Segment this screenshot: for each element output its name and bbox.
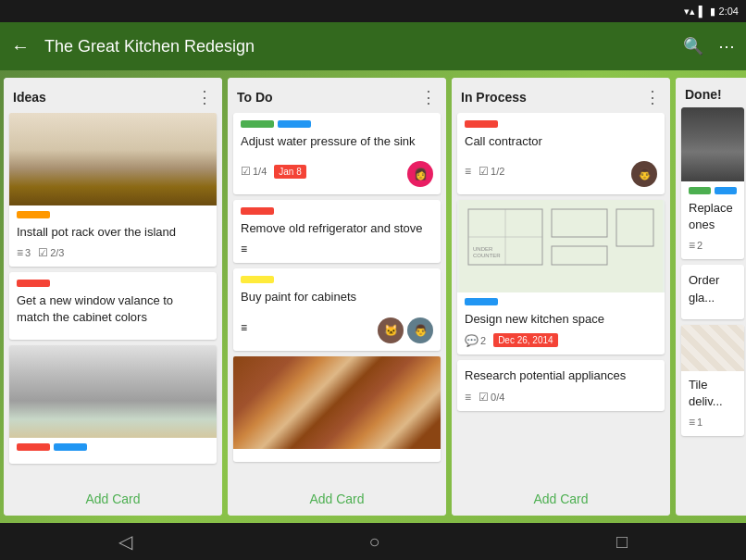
tile-image [681,325,744,371]
checklist-progress: 2/3 [50,247,64,258]
column-done: Done! Replace ones ≡ 2 Order gla [676,78,746,516]
label-yellow [241,276,274,283]
card-image-wood [233,356,441,449]
label-red [17,280,50,287]
wood-image-placeholder [233,356,441,449]
card-paint-cabinets[interactable]: Buy paint for cabinets ≡ 🐱 👨 [233,268,441,350]
card-title-pot-rack: Install pot rack over the island [17,224,209,241]
card-meta-contractor: ≡ ☑ 1/2 👨 [465,156,657,187]
avatar-image: 👨 [631,161,657,187]
label-blue [465,298,498,305]
comment-icon: ≡ [689,239,695,252]
add-card-todo[interactable]: Add Card [228,482,446,516]
card-meta-appliances: ≡ ☑ 0/4 [465,391,657,404]
card-meta: ≡ [241,243,433,255]
card-title-appliances: Research potential appliances [465,367,657,384]
comment-icon: ≡ [465,391,471,404]
card-meta-left: 💬 2 Dec 26, 2014 [465,333,558,347]
card-wood-floor[interactable] [233,356,441,462]
card-avatars: 👩 [407,161,433,187]
column-body-todo: Adjust water pressure of the sink ☑ 1/4 … [228,113,446,479]
column-ideas: Ideas ⋮ Install pot rack over the island… [4,78,222,516]
label-blue [278,120,311,128]
label-red [17,443,50,451]
recent-nav-button[interactable]: □ [616,531,628,553]
card-meta-design: 💬 2 Dec 26, 2014 [465,333,657,347]
column-header-ideas: Ideas ⋮ [4,78,222,113]
column-menu-todo[interactable]: ⋮ [420,87,437,107]
avatar-male: 👨 [407,317,433,343]
card-labels [465,298,657,305]
kitchen-image-placeholder [9,113,217,205]
card-labels [17,211,209,218]
column-body-ideas: Install pot rack over the island ≡ 3 ☑ 2… [4,113,222,479]
column-menu-ideas[interactable]: ⋮ [196,87,213,107]
status-bar-right: ▾▴ ▌ ▮ 2:04 [684,6,739,18]
label-green [241,120,274,128]
column-title-done: Done! [685,87,722,102]
comment-count: 2 [697,240,702,251]
avatar-male2: 👨 [631,161,657,187]
home-nav-button[interactable]: ○ [368,531,379,553]
column-title-in-process: In Process [461,90,527,105]
blueprint-svg: UNDER COUNTER [457,200,665,292]
card-labels [241,276,433,283]
card-water-pressure[interactable]: Adjust water pressure of the sink ☑ 1/4 … [233,113,441,194]
card-meta-left: ≡ ☑ 0/4 [465,391,504,404]
card-meta-water: ☑ 1/4 Jan 8 👩 [241,156,433,187]
card-title-refrigerator: Remove old refrigerator and stove [241,220,433,237]
column-body-in-process: Call contractor ≡ ☑ 1/2 👨 [452,113,670,479]
column-menu-in-process[interactable]: ⋮ [644,87,661,107]
card-sink[interactable] [9,345,217,464]
top-bar: ← The Great Kitchen Redesign 🔍 ⋯ [0,22,746,70]
label-blue [715,187,737,194]
avatar-cat: 🐱 [378,317,404,343]
checklist-icon: ☑ [241,165,251,178]
add-card-in-process[interactable]: Add Card [452,482,670,516]
card-labels [17,280,209,287]
card-design[interactable]: UNDER COUNTER Design new kitchen space 💬… [457,200,665,355]
meta-comments-tile: ≡ 1 [689,416,737,429]
column-title-ideas: Ideas [13,90,46,105]
time-display: 2:04 [719,6,739,17]
comment-icon: ≡ [241,321,247,334]
column-title-todo: To Do [237,90,273,105]
search-icon[interactable]: 🔍 [683,36,703,56]
card-order-glass[interactable]: Order gla... [681,265,744,318]
page-title: The Great Kitchen Redesign [44,37,683,56]
meta-comments: ≡ 3 [17,246,31,259]
back-button[interactable]: ← [11,36,30,57]
label-red [241,207,274,215]
status-bar: ▾▴ ▌ ▮ 2:04 [0,0,746,22]
add-card-ideas[interactable]: Add Card [4,482,222,516]
card-title-glass: Order gla... [689,272,737,305]
avatar-image-male: 👨 [407,317,433,343]
card-replace[interactable]: Replace ones ≡ 2 [681,107,744,259]
avatar-female: 👩 [407,161,433,187]
card-image-kitchen [9,113,217,205]
card-pot-rack[interactable]: Install pot rack over the island ≡ 3 ☑ 2… [9,113,217,267]
meta-checklist: ☑ 1/2 [479,165,504,178]
svg-text:COUNTER: COUNTER [473,253,501,258]
avatar-image-cat: 🐱 [378,317,404,343]
card-avatars: 🐱 👨 [378,317,433,343]
card-labels [241,207,433,215]
card-meta-paint: ≡ 🐱 👨 [241,312,433,343]
column-header-todo: To Do ⋮ [228,78,446,113]
more-menu-icon[interactable]: ⋯ [718,36,735,56]
card-window-valance[interactable]: Get a new window valance to match the ca… [9,272,217,339]
card-title-contractor: Call contractor [465,133,657,150]
card-appliances[interactable]: Research potential appliances ≡ ☑ 0/4 [457,360,665,410]
label-red [465,120,498,128]
card-refrigerator[interactable]: Remove old refrigerator and stove ≡ [233,200,441,263]
card-labels [17,443,209,451]
card-tile[interactable]: Tile deliv... ≡ 1 [681,325,744,436]
card-contractor[interactable]: Call contractor ≡ ☑ 1/2 👨 [457,113,665,194]
card-image-sink [9,345,217,438]
checklist-icon: ☑ [38,246,48,259]
avatar-image: 👩 [407,161,433,187]
card-title-water: Adjust water pressure of the sink [241,133,433,150]
card-labels [465,120,657,128]
column-header-in-process: In Process ⋮ [452,78,670,113]
back-nav-button[interactable]: ◁ [118,530,132,553]
